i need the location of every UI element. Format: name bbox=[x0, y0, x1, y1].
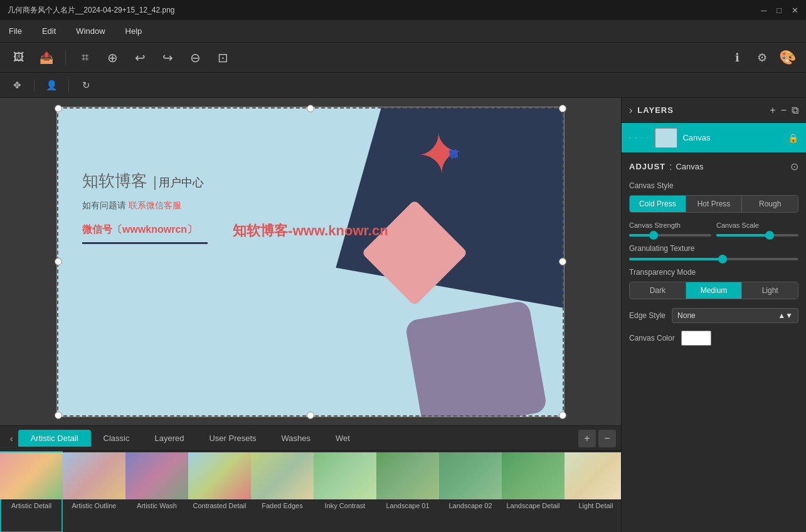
preset-label-0: Artistic Detail bbox=[10, 499, 53, 513]
preset-thumb-0 bbox=[0, 452, 63, 499]
canvas-color-swatch[interactable] bbox=[681, 331, 711, 346]
bc-watermark: 知软博客-www.knowr.cn bbox=[233, 221, 388, 240]
settings-button[interactable]: ⚙ bbox=[751, 46, 773, 69]
transparency-medium[interactable]: Medium bbox=[686, 282, 743, 299]
canvas-style-rough[interactable]: Rough bbox=[742, 196, 798, 212]
menu-help[interactable]: Help bbox=[122, 24, 146, 38]
preset-tab-layered[interactable]: Layered bbox=[142, 430, 196, 447]
preset-label-6: Landscape 01 bbox=[384, 499, 430, 513]
bc-sub: 如有问题请 联系微信客服 bbox=[82, 200, 181, 211]
preset-tabs-left-arrow[interactable]: ‹ bbox=[5, 434, 18, 444]
preset-item-landscape-detail[interactable]: Landscape Detail bbox=[502, 451, 565, 532]
remove-preset-tab-button[interactable]: − bbox=[598, 430, 616, 447]
rotate-cw-button[interactable]: ↪ bbox=[156, 46, 179, 69]
preset-tab-user-presets[interactable]: User Presets bbox=[196, 430, 268, 447]
minimize-button[interactable]: ─ bbox=[761, 6, 766, 15]
move-tool-button[interactable]: ✥ bbox=[8, 76, 26, 95]
remove-layer-button[interactable]: − bbox=[781, 105, 787, 116]
title-text: 几何商务风个人名片__2024-04-29+15_12_42.png bbox=[8, 5, 174, 16]
copy-layer-button[interactable]: ⧉ bbox=[792, 105, 798, 116]
strength-scale-row: Canvas Strength Canvas Scale bbox=[629, 221, 798, 237]
main-toolbar: 🖼 📤 ⌗ ⊕ ↩ ↪ ⊖ ⊡ ℹ ⚙ 🎨 bbox=[0, 43, 806, 73]
preset-tab-classic[interactable]: Classic bbox=[91, 430, 142, 447]
preset-thumb-4 bbox=[251, 452, 314, 499]
preset-thumb-3 bbox=[188, 452, 251, 499]
transparency-section: Transparency Mode Dark Medium Light bbox=[629, 268, 798, 299]
bottom-panel: ‹ Artistic Detail Classic Layered User P… bbox=[0, 425, 621, 532]
preset-item-inky-contrast[interactable]: Inky Contrast bbox=[314, 451, 376, 532]
secondary-toolbar: ✥ 👤 ↻ bbox=[0, 73, 806, 98]
canvas-scale-track[interactable] bbox=[716, 234, 798, 237]
preset-item-artistic-detail[interactable]: Artistic Detail bbox=[0, 451, 63, 532]
adjust-title: ADJUST bbox=[629, 162, 665, 171]
canvas-strength-track[interactable] bbox=[629, 234, 711, 237]
share-button[interactable]: 🎨 bbox=[776, 46, 798, 69]
preset-item-landscape-02[interactable]: Landscape 02 bbox=[439, 451, 502, 532]
maximize-button[interactable]: □ bbox=[777, 6, 782, 15]
titlebar-controls: ─ □ ✕ bbox=[761, 6, 798, 15]
canvas-style-group: Cold Press Hot Press Rough bbox=[629, 195, 798, 213]
canvas-color-row: Canvas Color bbox=[629, 331, 798, 346]
preset-label-2: Artistic Wash bbox=[135, 499, 178, 513]
preset-thumb-5 bbox=[314, 452, 376, 499]
business-card: ✦ 知软客栈 知软博客 │用户中心 如有问题请 联系微信客服 微信号〔wwwkn… bbox=[57, 107, 564, 417]
preset-item-artistic-outline[interactable]: Artistic Outline bbox=[63, 451, 125, 532]
preset-tab-artistic-detail[interactable]: Artistic Detail bbox=[18, 430, 91, 447]
preset-item-light-detail[interactable]: Light Detail bbox=[565, 451, 621, 532]
rotate-ccw-button[interactable]: ↩ bbox=[129, 46, 151, 69]
preset-item-artistic-wash[interactable]: Artistic Wash bbox=[125, 451, 188, 532]
preset-thumb-6 bbox=[376, 452, 439, 499]
menu-window[interactable]: Window bbox=[72, 24, 109, 38]
info-button[interactable]: ℹ bbox=[726, 46, 748, 69]
adjust-colon: : bbox=[669, 161, 672, 173]
image-button[interactable]: 🖼 bbox=[8, 46, 30, 69]
edge-style-select[interactable]: None ▲▼ bbox=[672, 308, 798, 323]
close-button[interactable]: ✕ bbox=[792, 6, 798, 15]
granulating-track[interactable] bbox=[629, 258, 798, 260]
preset-thumb-2 bbox=[125, 452, 188, 499]
rotate-tool-button[interactable]: ↻ bbox=[77, 76, 95, 95]
transparency-group: Dark Medium Light bbox=[629, 282, 798, 299]
bc-title: 知软博客 │用户中心 bbox=[82, 170, 204, 192]
layers-title: LAYERS bbox=[637, 105, 674, 115]
layers-header: › LAYERS + − ⧉ bbox=[622, 98, 806, 123]
fit-button[interactable]: ⊡ bbox=[211, 46, 234, 69]
preset-item-faded-edges[interactable]: Faded Edges bbox=[251, 451, 314, 532]
preset-label-3: Contrasted Detail bbox=[192, 499, 248, 513]
menu-file[interactable]: File bbox=[5, 24, 26, 38]
zoom-out-button[interactable]: ⊖ bbox=[184, 46, 206, 69]
zoom-in-button[interactable]: ⊕ bbox=[101, 46, 124, 69]
layers-expand-button[interactable]: › bbox=[629, 105, 632, 116]
preset-item-landscape-01[interactable]: Landscape 01 bbox=[376, 451, 439, 532]
transparency-dark[interactable]: Dark bbox=[630, 282, 686, 299]
adjust-options-icon[interactable]: ⊙ bbox=[790, 161, 798, 173]
add-layer-button[interactable]: + bbox=[770, 105, 775, 116]
import-button[interactable]: 📤 bbox=[35, 46, 58, 69]
menu-edit[interactable]: Edit bbox=[38, 24, 60, 38]
canvas-style-hot-press[interactable]: Hot Press bbox=[686, 196, 743, 212]
transparency-light[interactable]: Light bbox=[742, 282, 798, 299]
crop-button[interactable]: ⌗ bbox=[73, 46, 96, 69]
canvas-strength-col: Canvas Strength bbox=[629, 221, 711, 237]
layers-actions: + − ⧉ bbox=[770, 105, 798, 116]
preset-label-8: Landscape Detail bbox=[505, 499, 561, 513]
canvas-scale-label: Canvas Scale bbox=[716, 221, 798, 229]
preset-tab-wet[interactable]: Wet bbox=[323, 430, 363, 447]
preset-label-1: Artistic Outline bbox=[71, 499, 118, 513]
edge-style-chevron-icon: ▲▼ bbox=[778, 311, 793, 320]
bc-line bbox=[82, 242, 208, 244]
canvas-style-cold-press[interactable]: Cold Press bbox=[630, 196, 686, 212]
layer-tool-button[interactable]: 👤 bbox=[42, 76, 61, 95]
canvas-style-section: Canvas Style Cold Press Hot Press Rough bbox=[629, 181, 798, 213]
preset-tab-washes[interactable]: Washes bbox=[269, 430, 323, 447]
preset-label-7: Landscape 02 bbox=[447, 499, 493, 513]
preset-strip: Artistic DetailArtistic OutlineArtistic … bbox=[0, 451, 621, 532]
add-preset-tab-button[interactable]: + bbox=[578, 430, 596, 447]
menubar: File Edit Window Help bbox=[0, 20, 806, 43]
preset-item-contrasted-detail[interactable]: Contrasted Detail bbox=[188, 451, 251, 532]
layer-item-canvas[interactable]: · · · · Canvas 🔒 bbox=[622, 123, 806, 153]
bc-purple-shape bbox=[405, 300, 548, 417]
layer-lock-icon[interactable]: 🔒 bbox=[788, 133, 798, 143]
canvas-workspace[interactable]: ✦ 知软客栈 知软博客 │用户中心 如有问题请 联系微信客服 微信号〔wwwkn… bbox=[0, 98, 621, 425]
canvas-style-label: Canvas Style bbox=[629, 181, 798, 190]
